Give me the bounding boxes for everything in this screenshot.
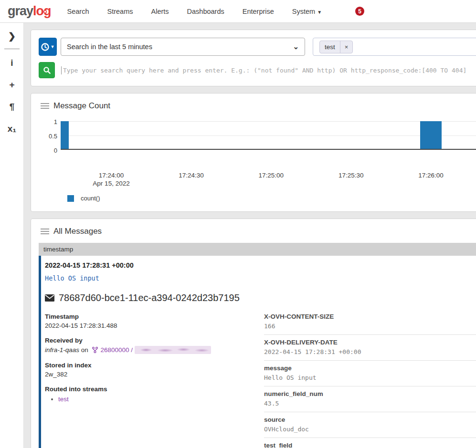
- received-by-label: Received by: [45, 337, 252, 344]
- field-name[interactable]: X-OVH-CONTENT-SIZE: [264, 313, 476, 320]
- timerange-selected-value: Search in the last 5 minutes: [67, 43, 293, 51]
- expand-chevron-icon[interactable]: ❯: [0, 28, 24, 44]
- graylog-logo[interactable]: graylog: [8, 4, 51, 19]
- chart-gridline: [61, 135, 476, 136]
- chart-y-axis: 00.51: [41, 121, 60, 151]
- node-name: infra-1-qaas: [45, 346, 79, 354]
- field-name[interactable]: numeric_field_num: [264, 390, 476, 397]
- x-tick-label: 17:25:00: [259, 172, 284, 179]
- remove-stream-icon[interactable]: ×: [340, 41, 353, 53]
- streams-filter-input[interactable]: test×: [313, 38, 476, 56]
- message-count-widget: Message Count 00.51 17:24:00Apr 15, 2022…: [31, 93, 476, 212]
- input-id-link[interactable]: 26800000: [100, 346, 129, 354]
- envelope-icon: [45, 294, 54, 302]
- message-metadata: Timestamp 2022-04-15 17:28:31.488 Receiv…: [45, 313, 252, 448]
- field-name[interactable]: message: [264, 365, 476, 372]
- field-name[interactable]: test_field: [264, 442, 476, 448]
- legend-label: count(): [81, 195, 100, 202]
- x-tick-label: 17:26:00: [418, 172, 444, 179]
- timerange-select[interactable]: Search in the last 5 minutes ⌄: [61, 38, 305, 56]
- field-name[interactable]: source: [264, 416, 476, 423]
- drag-handle-icon[interactable]: [41, 102, 49, 110]
- search-submit-button[interactable]: [39, 62, 55, 78]
- field-row: sourceOVHcloud_doc: [264, 412, 476, 438]
- field-row: X-OVH-CONTENT-SIZE166: [264, 313, 476, 334]
- field-value: 2022-04-15 17:28:31 +00:00: [264, 348, 476, 355]
- logo-compass-icon: [43, 10, 47, 13]
- top-navbar: graylog SearchStreamsAlertsDashboardsEnt…: [0, 0, 476, 23]
- message-preview: Hello OS input: [45, 274, 476, 282]
- redacted-input-name: [135, 346, 211, 354]
- stream-tag: test×: [319, 41, 353, 53]
- stream-tag-label: test: [320, 43, 340, 51]
- field-row: X-OVH-DELIVERY-DATE2022-04-15 17:28:31 +…: [264, 334, 476, 360]
- y-tick-label: 0: [54, 147, 57, 154]
- notification-badge[interactable]: 5: [355, 7, 364, 16]
- search-panel: ▼ Search in the last 5 minutes ⌄ test× T…: [31, 30, 476, 86]
- nav-item-alerts[interactable]: Alerts: [151, 8, 169, 15]
- nav-item-search[interactable]: Search: [67, 8, 89, 15]
- nav-item-system[interactable]: System▼: [292, 8, 322, 15]
- message-id[interactable]: 78687d60-bce1-11ec-a394-0242d23b7195: [59, 292, 240, 303]
- x-tick-date-label: Apr 15, 2022: [93, 180, 129, 187]
- nav-items: SearchStreamsAlertsDashboardsEnterpriseS…: [67, 8, 340, 15]
- stored-index-label: Stored in index: [45, 362, 252, 369]
- nav-item-dashboards[interactable]: Dashboards: [187, 8, 224, 15]
- field-value: Hello OS input: [264, 374, 476, 381]
- x-tick-label: 17:25:30: [338, 172, 364, 179]
- search-query-input[interactable]: Type your search query here and press en…: [61, 62, 476, 78]
- timerange-type-button[interactable]: ▼: [39, 38, 57, 56]
- message-summary[interactable]: 2022-04-15 17:28:31 +00:00 Hello OS inpu…: [45, 261, 476, 282]
- message-fields: X-OVH-CONTENT-SIZE166X-OVH-DELIVERY-DATE…: [264, 313, 476, 448]
- chart-x-axis: 17:24:00Apr 15, 202217:24:3017:25:0017:2…: [61, 170, 476, 189]
- stream-link[interactable]: test: [58, 396, 69, 403]
- stored-index-value: 2w_382: [45, 371, 252, 378]
- chevron-down-icon: ⌄: [293, 42, 299, 51]
- subscript-icon[interactable]: x₁: [0, 121, 24, 137]
- caret-down-icon: ▼: [51, 44, 55, 49]
- x-tick-label: 17:24:30: [179, 172, 204, 179]
- field-name[interactable]: X-OVH-DELIVERY-DATE: [264, 339, 476, 346]
- input-fork-icon: [92, 347, 100, 354]
- timestamp-label: Timestamp: [45, 313, 252, 320]
- chart-bar: [61, 121, 69, 149]
- nav-item-streams[interactable]: Streams: [107, 8, 133, 15]
- timestamp-value: 2022-04-15 17:28:31.488: [45, 322, 252, 329]
- y-tick-label: 1: [54, 118, 57, 125]
- nav-item-enterprise[interactable]: Enterprise: [243, 8, 274, 15]
- logo-text-gray: gray: [8, 4, 33, 18]
- text-cursor: [61, 66, 62, 74]
- info-icon[interactable]: i: [0, 55, 24, 71]
- query-placeholder: Type your search query here and press en…: [63, 67, 466, 74]
- received-by-value: infra-1-qaas on 26800000 /: [45, 346, 252, 354]
- logo-text-log: log: [33, 4, 51, 18]
- chart-legend: count(): [67, 195, 476, 202]
- main-content: ▼ Search in the last 5 minutes ⌄ test× T…: [24, 23, 476, 448]
- messages-column-header[interactable]: timestamp: [39, 243, 476, 256]
- message-row: 2022-04-15 17:28:31 +00:00 Hello OS inpu…: [39, 256, 476, 448]
- all-messages-widget: All Messages timestamp 2022-04-15 17:28:…: [31, 219, 476, 448]
- left-sidebar: ❯i+¶x₁: [0, 23, 24, 448]
- field-value: 43.5: [264, 400, 476, 407]
- y-tick-label: 0.5: [49, 133, 57, 140]
- search-icon: [43, 66, 51, 74]
- chart-plot: [61, 121, 476, 150]
- legend-swatch: [67, 195, 74, 202]
- field-row: numeric_field_num43.5: [264, 386, 476, 412]
- message-timestamp: 2022-04-15 17:28:31 +00:00: [45, 261, 476, 269]
- formatting-icon[interactable]: ¶: [0, 99, 24, 115]
- routed-streams-label: Routed into streams: [45, 385, 252, 393]
- widget-title: Message Count: [53, 101, 110, 111]
- chart-bar: [420, 121, 442, 149]
- field-value: OVHcloud_doc: [264, 426, 476, 433]
- caret-down-icon: ▼: [317, 10, 322, 15]
- chart-gridline: [61, 121, 476, 122]
- sidebar-divider: [4, 49, 20, 49]
- field-value: 166: [264, 323, 476, 330]
- routed-stream-item: test: [58, 396, 252, 403]
- add-widget-icon[interactable]: +: [0, 77, 24, 93]
- x-tick-label: 17:24:00Apr 15, 2022: [93, 172, 129, 187]
- routed-streams-list: test: [58, 396, 252, 403]
- message-count-chart: 00.51 17:24:00Apr 15, 202217:24:3017:25:…: [41, 121, 476, 189]
- drag-handle-icon[interactable]: [41, 227, 49, 236]
